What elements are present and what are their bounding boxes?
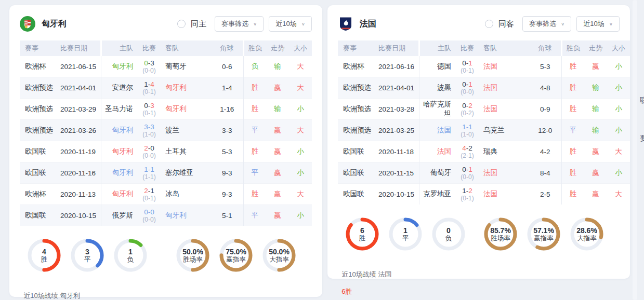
- competition-cell: 欧国联: [338, 141, 378, 162]
- column-header: 走势: [584, 40, 607, 56]
- table-row: 欧洲杯 2021-06-16 德国 0-1 (0-1) 法国 5-3 胜 赢 小: [338, 56, 630, 77]
- score-cell: 1-2 (0-1): [455, 184, 479, 205]
- trend-cell: 输: [584, 77, 607, 99]
- over-under-cell: 大: [607, 184, 630, 205]
- side-menu-item[interactable]: 要: [640, 134, 644, 143]
- trend-cell: 赢: [266, 77, 289, 99]
- match-date-cell: 2020-11-15: [378, 162, 419, 184]
- trend-cell: 输: [266, 56, 289, 77]
- same-home-label: 同主: [191, 19, 206, 29]
- donut-chart: 6 胜: [345, 217, 379, 251]
- competition-cell: 欧洲预选: [20, 99, 60, 120]
- donut-chart: 75.0% 赢指率: [219, 238, 253, 272]
- corners-cell: 9-3: [211, 162, 243, 184]
- recent-range-label: 近10场: [583, 19, 604, 29]
- donut-chart: 85.7% 胜场率: [483, 217, 518, 251]
- scrollbar-gutter: [633, 0, 637, 300]
- side-menu-item[interactable]: 联: [640, 96, 644, 105]
- match-date-cell: 2020-10-15: [378, 184, 419, 205]
- result-cell: 胜: [561, 184, 584, 205]
- event-filter-select[interactable]: 赛事筛选 ∨: [215, 16, 264, 32]
- corners-cell: 0-6: [211, 56, 243, 77]
- table-row: 欧国联 2020-10-15 俄罗斯 0-0 (0-0) 匈牙利 5-1 平 赢…: [20, 205, 312, 226]
- donut-chart: 3 平: [70, 238, 104, 272]
- recent-range-select[interactable]: 近10场 ∨: [576, 16, 620, 32]
- result-cell: 胜: [243, 77, 266, 99]
- recent-range-label: 近10场: [275, 19, 296, 29]
- home-team-cell: 匈牙利: [101, 141, 137, 162]
- over-under-cell: 小: [289, 99, 312, 120]
- donut-value: 4: [42, 248, 46, 256]
- donut-value: 75.0%: [226, 248, 246, 256]
- donut-label: 赢指率: [534, 235, 554, 242]
- donut-value: 1: [128, 248, 133, 256]
- score-cell: 4-2 (2-1): [455, 141, 479, 162]
- home-team-cell: 俄罗斯: [101, 205, 137, 226]
- over-under-cell: 大: [289, 184, 312, 205]
- competition-cell: 欧国联: [338, 184, 378, 205]
- table-header-row: 赛事 比赛日期 主队 比赛 客队 角球 胜负 走势 大小: [338, 40, 630, 56]
- table-row: 欧洲预选 2021-04-01 安道尔 1-4 (0-1) 匈牙利 1-4 胜 …: [20, 77, 312, 99]
- event-filter-label: 赛事筛选: [529, 19, 556, 29]
- competition-cell: 欧国联: [20, 162, 60, 184]
- score-cell: 1-4 (0-1): [137, 77, 161, 99]
- corners-cell: 0-9: [529, 99, 561, 120]
- table-row: 欧洲预选 2021-03-28 哈萨克斯坦 0-2 (0-2) 法国 0-9 胜…: [338, 99, 630, 120]
- column-header: 大小: [607, 40, 630, 56]
- over-under-cell: 大: [289, 56, 312, 77]
- result-cell: 胜: [243, 184, 266, 205]
- competition-cell: 欧洲杯: [20, 56, 60, 77]
- home-team-cell: 克罗地亚: [419, 184, 455, 205]
- event-filter-select[interactable]: 赛事筛选 ∨: [522, 16, 571, 32]
- column-header: 比赛日期: [378, 40, 419, 56]
- donut-value: 85.7%: [490, 226, 511, 235]
- trend-cell: 赢: [584, 162, 607, 184]
- trend-cell: 赢: [266, 162, 289, 184]
- match-date-cell: 2020-10-15: [60, 205, 101, 226]
- home-team-cell: 葡萄牙: [419, 162, 455, 184]
- home-team-cell: 匈牙利: [101, 56, 137, 77]
- same-home-radio[interactable]: [177, 20, 186, 28]
- column-header: 走势: [266, 40, 289, 56]
- same-away-label: 同客: [498, 19, 514, 29]
- recent-summary: 近10场战绩 匈牙利 4胜 3平 1负 得15球 失9球; 胜场率 50.0%;…: [20, 283, 312, 300]
- donut-label: 胜场率: [491, 235, 510, 242]
- competition-cell: 欧国联: [20, 205, 60, 226]
- match-date-cell: 2021-04-01: [378, 77, 419, 99]
- donut-label: 平: [402, 235, 409, 242]
- score-cell: 0-1 (0-0): [455, 162, 479, 184]
- over-under-cell: 小: [607, 99, 630, 120]
- wdl-donut-group: 4 胜 3 平 1 负: [27, 238, 148, 272]
- table-header-row: 赛事 比赛日期 主队 比赛 客队 角球 胜负 走势 大小: [20, 40, 312, 56]
- match-date-cell: 2021-06-15: [60, 56, 101, 77]
- table-row: 欧国联 2020-10-15 克罗地亚 1-2 (0-1) 法国 2-5 胜 赢…: [338, 184, 630, 205]
- panel-body: 赛事 比赛日期 主队 比赛 客队 角球 胜负 走势 大小 欧洲杯 2021-06…: [9, 40, 322, 300]
- team-name: 匈牙利: [42, 19, 67, 30]
- team-panel-france: 法国 同客 赛事筛选 ∨ 近10场 ∨ 赛事 比赛日期: [327, 5, 630, 279]
- column-header: 胜负: [561, 40, 584, 56]
- same-away-radio[interactable]: [485, 20, 493, 28]
- wdl-donut-group: 6 胜 1 平 0 负: [345, 217, 466, 251]
- donut-label: 胜: [41, 256, 48, 263]
- away-team-cell: 匈牙利: [161, 205, 211, 226]
- recent-summary: 近10场战绩 法国 6胜 1平 0负 得12球 失4球; 胜场率 85.7%; …: [338, 262, 620, 300]
- away-team-cell: 瑞典: [479, 141, 529, 162]
- table-row: 欧国联 2020-11-18 法国 4-2 (2-1) 瑞典 4-2 胜 赢 大: [338, 141, 630, 162]
- home-team-cell: 安道尔: [101, 77, 137, 99]
- away-team-cell: 土耳其: [161, 141, 211, 162]
- column-header: 角球: [211, 40, 243, 56]
- france-team-badge-icon: [338, 16, 353, 32]
- table-row: 欧洲杯 2021-06-15 匈牙利 0-3 (0-0) 葡萄牙 0-6 负 输…: [20, 56, 312, 77]
- table-row: 欧国联 2020-11-15 葡萄牙 0-1 (0-0) 法国 8-4 胜 赢 …: [338, 162, 630, 184]
- score-cell: 3-3 (1-0): [137, 120, 161, 141]
- competition-cell: 欧国联: [338, 162, 378, 184]
- donut-value: 57.1%: [533, 226, 554, 235]
- table-row: 欧洲预选 2021-03-26 匈牙利 3-3 (1-0) 波兰 3-3 平 赢…: [20, 120, 312, 141]
- result-cell: 平: [243, 162, 266, 184]
- away-team-cell: 法国: [479, 99, 529, 120]
- summary-segment: 6胜: [341, 288, 352, 295]
- over-under-cell: 小: [607, 56, 630, 77]
- recent-range-select[interactable]: 近10场 ∨: [269, 16, 312, 32]
- chevron-down-icon: ∨: [609, 21, 613, 26]
- trend-cell: 赢: [584, 141, 607, 162]
